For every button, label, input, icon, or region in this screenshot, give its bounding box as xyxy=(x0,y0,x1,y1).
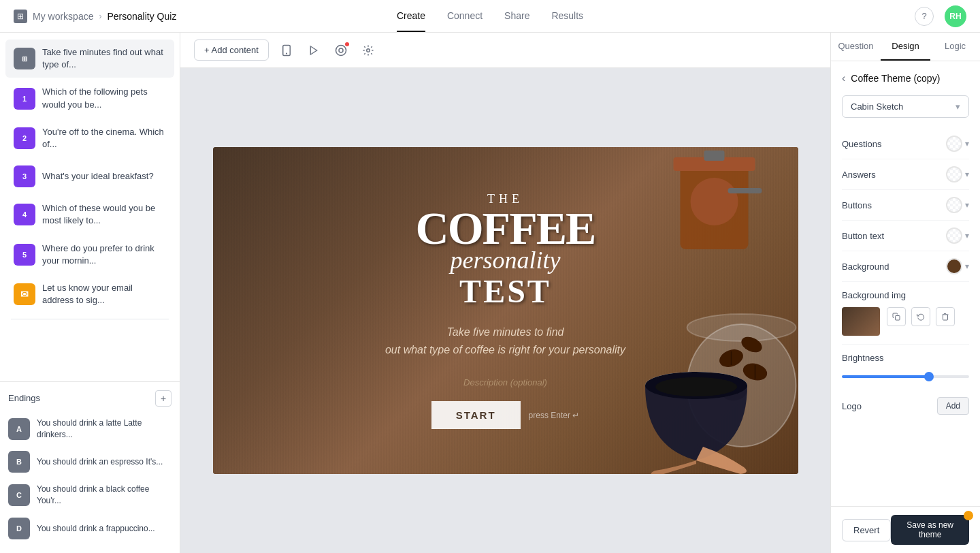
answers-controls: ▾ xyxy=(946,166,969,183)
background-label: Background xyxy=(842,262,889,272)
q1-icon: 1 xyxy=(14,88,35,110)
font-selector[interactable]: Cabin Sketch ▾ xyxy=(842,95,969,118)
logo-row: Logo Add xyxy=(842,389,969,423)
ending-b[interactable]: B You should drink an espresso It's... xyxy=(5,445,174,478)
questions-row: Questions ▾ xyxy=(842,129,969,159)
theme-title-text: Coffee Theme (copy) xyxy=(851,73,940,84)
img-action-row xyxy=(887,307,955,326)
sidebar-question-2[interactable]: 2 You're off to the cinema. Which of... xyxy=(5,119,174,157)
buttons-label: Buttons xyxy=(842,200,872,210)
nav-right: ? RH xyxy=(583,5,966,27)
bg-thumbnail[interactable] xyxy=(842,307,880,336)
delete-image-button[interactable] xyxy=(936,307,955,326)
ending-b-icon: B xyxy=(8,451,30,473)
breadcrumb-separator: › xyxy=(99,12,101,21)
svg-marker-2 xyxy=(310,46,316,54)
ending-c[interactable]: C You should drink a black coffee You'r.… xyxy=(5,478,174,512)
nav-share[interactable]: Share xyxy=(504,1,529,32)
start-button[interactable]: START xyxy=(431,401,521,429)
q4-text: Which of these would you be most likely … xyxy=(42,202,166,227)
workspace-breadcrumb[interactable]: My workspace xyxy=(33,11,93,22)
share-icon[interactable] xyxy=(331,41,350,60)
back-arrow-icon[interactable]: ‹ xyxy=(842,72,845,84)
button-text-label: Button text xyxy=(842,231,884,241)
answers-row: Answers ▾ xyxy=(842,159,969,190)
current-page-breadcrumb: Personality Quiz xyxy=(107,11,176,22)
replace-image-button[interactable] xyxy=(911,307,930,326)
copy-image-button[interactable] xyxy=(887,307,906,326)
quiz-content: THE COFFEE personality TEST Take five mi… xyxy=(213,147,798,474)
sidebar-question-5[interactable]: 5 Where do you prefer to drink your morn… xyxy=(5,236,174,274)
svg-rect-23 xyxy=(896,316,900,321)
questions-label: Questions xyxy=(842,139,882,149)
add-logo-button[interactable]: Add xyxy=(937,397,969,415)
quiz-preview-card: THE COFFEE personality TEST Take five mi… xyxy=(213,147,798,474)
theme-header: ‹ Coffee Theme (copy) xyxy=(842,72,969,84)
font-name: Cabin Sketch xyxy=(851,101,903,112)
q4-icon: 4 xyxy=(14,204,35,225)
ending-d-icon: D xyxy=(8,518,30,539)
play-icon[interactable] xyxy=(304,41,323,60)
questions-color-swatch[interactable] xyxy=(946,136,962,152)
svg-point-5 xyxy=(367,48,370,52)
sidebar-question-1[interactable]: 1 Which of the following pets would you … xyxy=(5,79,174,117)
add-ending-button[interactable]: + xyxy=(155,390,172,407)
revert-button[interactable]: Revert xyxy=(842,519,891,541)
right-design-panel: Question Design Logic ‹ Coffee Theme (co… xyxy=(830,33,980,553)
ending-c-icon: C xyxy=(8,484,30,506)
ending-a[interactable]: A You should drink a latte Latte drinker… xyxy=(5,412,174,446)
background-chevron-icon[interactable]: ▾ xyxy=(965,262,969,271)
ending-d[interactable]: D You should drink a frappuccino... xyxy=(5,512,174,545)
sidebar-question-3[interactable]: 3 What's your ideal breakfast? xyxy=(5,159,174,194)
endings-section: Endings + A You should drink a latte Lat… xyxy=(0,381,180,553)
mobile-preview-icon[interactable] xyxy=(277,41,296,60)
button-text-row: Button text ▾ xyxy=(842,221,969,251)
svg-point-4 xyxy=(339,48,343,52)
left-sidebar: ⊞ Take five minutes find out what type o… xyxy=(0,33,180,553)
q3-icon: 3 xyxy=(14,165,35,187)
answers-label: Answers xyxy=(842,170,876,180)
questions-chevron-icon[interactable]: ▾ xyxy=(965,139,969,148)
button-text-color-swatch[interactable] xyxy=(946,227,962,244)
intro-item-text: Take five minutes find out what type of.… xyxy=(42,46,166,71)
font-chevron-icon: ▾ xyxy=(956,101,960,112)
quiz-title-area: THE COFFEE personality TEST xyxy=(416,192,595,311)
questions-list: ⊞ Take five minutes find out what type o… xyxy=(0,33,180,381)
brightness-label: Brightness xyxy=(842,353,969,363)
nav-connect[interactable]: Connect xyxy=(447,1,483,32)
canvas-toolbar: + Add content xyxy=(180,33,830,68)
ending-b-text: You should drink an espresso It's... xyxy=(37,456,163,468)
settings-icon[interactable] xyxy=(359,41,378,60)
tab-logic[interactable]: Logic xyxy=(930,33,980,61)
nav-create[interactable]: Create xyxy=(397,1,425,32)
background-row: Background ▾ xyxy=(842,251,969,282)
quiz-test-title: TEST xyxy=(416,272,595,310)
nav-left: My workspace › Personality Quiz xyxy=(14,10,397,23)
nav-results[interactable]: Results xyxy=(551,1,583,32)
answers-chevron-icon[interactable]: ▾ xyxy=(965,170,969,179)
buttons-color-swatch[interactable] xyxy=(946,197,962,213)
add-content-button[interactable]: + Add content xyxy=(194,40,269,61)
buttons-chevron-icon[interactable]: ▾ xyxy=(965,200,969,210)
brightness-slider[interactable] xyxy=(842,375,969,378)
ending-d-text: You should drink a frappuccino... xyxy=(37,523,155,535)
tab-design[interactable]: Design xyxy=(881,33,930,61)
sidebar-intro-item[interactable]: ⊞ Take five minutes find out what type o… xyxy=(5,40,174,78)
button-text-chevron-icon[interactable]: ▾ xyxy=(965,231,969,240)
q6-text: Let us know your email address to sig... xyxy=(42,282,166,306)
background-controls: ▾ xyxy=(946,258,969,274)
user-avatar[interactable]: RH xyxy=(945,5,966,27)
sidebar-question-4[interactable]: 4 Which of these would you be most likel… xyxy=(5,195,174,234)
background-color-swatch[interactable] xyxy=(946,258,962,274)
tab-question[interactable]: Question xyxy=(831,33,881,61)
save-theme-button[interactable]: Save as new theme xyxy=(891,515,969,545)
sidebar-question-6[interactable]: ✉ Let us know your email address to sig.… xyxy=(5,275,174,313)
intro-icon: ⊞ xyxy=(14,48,35,69)
q5-text: Where do you prefer to drink your mornin… xyxy=(42,242,166,267)
logo-label: Logo xyxy=(842,401,862,411)
panel-tabs: Question Design Logic xyxy=(831,33,980,61)
help-button[interactable]: ? xyxy=(915,7,934,26)
press-enter-hint: press Enter ↵ xyxy=(529,411,580,420)
answers-color-swatch[interactable] xyxy=(946,166,962,183)
workspace-icon[interactable] xyxy=(14,10,27,23)
